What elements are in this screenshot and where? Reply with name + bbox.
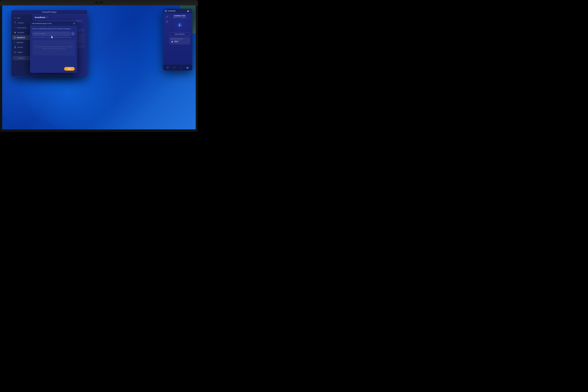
dialog-subtitle: Enter IP or website below that you wish … [32, 28, 75, 30]
info-icon[interactable]: i [46, 16, 48, 18]
selected-location-label: SELECTED LOCATION: [170, 38, 189, 40]
camera-lens [98, 2, 100, 4]
power-icon: ⚡ [14, 32, 16, 34]
shield-center: 🔒 [178, 23, 182, 27]
location-info: Paris ★ France [174, 40, 188, 43]
vpn-ip-value: 91.148.238.96 [179, 17, 186, 18]
connected-label: CONNECTED [169, 15, 190, 17]
camera [95, 2, 103, 4]
france-flag: 🇫🇷 [170, 40, 173, 43]
vpn-panel: PrivadoVPN 🔔 × 🛡 [163, 9, 192, 70]
favorite-star-icon: ★ [178, 40, 179, 42]
sidebar-item-locations[interactable]: 📍 Locations [12, 20, 31, 25]
dialog-close-button[interactable]: × [73, 22, 75, 24]
shield-icon: 🛡 [14, 17, 16, 19]
sidebar-item-smartroute[interactable]: ◎ SmartRoute [12, 35, 31, 40]
sidebar-label-application: Application [16, 42, 23, 43]
app-icon: □ [14, 42, 15, 43]
vpn-ip-display: VPN IP: 91.148.238.96 [169, 17, 190, 18]
sidebar-label-support: Support [17, 51, 22, 53]
settings-titlebar: PrivadoVPN Settings [11, 10, 87, 14]
close-panel-button[interactable]: × [190, 10, 191, 12]
smartroute-section-title: SmartRoute [35, 16, 45, 18]
selected-location-card: SELECTED LOCATION: 🇫🇷 Paris ★ [169, 37, 190, 44]
vpn-status-icon[interactable]: 🛡 [165, 16, 168, 19]
radar-visual: 🔒 [174, 19, 185, 31]
sidebar-item-vpn-protocols[interactable]: ↔ VPN Protocols [12, 25, 31, 30]
pin-icon: 📍 [14, 22, 16, 24]
sidebar-label-account: Account [17, 46, 23, 48]
ip-website-input[interactable] [32, 32, 70, 36]
sidebar-label-kill-switch: Kill Switch [17, 32, 24, 34]
split-tunneling-icon[interactable]: ⊞ [165, 20, 168, 24]
connected-status: CONNECTED VPN IP: 91.148.238.96 [169, 15, 190, 18]
sidebar-item-support[interactable]: 🎧 Support [12, 50, 31, 54]
vpn-ip-label: VPN IP: [175, 17, 179, 18]
location-country: France [174, 42, 188, 43]
empty-list-area: The list is empty. Enter the website add… [32, 40, 75, 56]
route-icon: ◎ [14, 36, 15, 38]
empty-list-message: The list is empty. Enter the website add… [35, 46, 72, 50]
location-city: Paris [174, 40, 178, 42]
sidebar-item-account[interactable]: 👤 Account [12, 45, 31, 50]
vpn-panel-header: PrivadoVPN 🔔 × [163, 9, 192, 14]
disconnect-button[interactable]: Click to Disconnect [169, 32, 190, 36]
lock-icon: 🔒 [179, 24, 181, 26]
footer-settings-button[interactable]: ⚙ [166, 66, 170, 70]
sidebar-label-vpn-protocols: VPN Protocols [17, 27, 26, 28]
contact-us-button[interactable]: Contact Us ↑ [13, 56, 31, 60]
notification-icon[interactable]: 🔔 [187, 10, 189, 12]
sidebar-label-smartroute: SmartRoute [17, 37, 25, 38]
sidebar-label-locations: Locations [17, 22, 24, 24]
footer-users-button[interactable]: 👥 [186, 66, 189, 70]
sidebar-item-kill-switch[interactable]: ⚡ Kill Switch [12, 30, 31, 35]
settings-window-title: PrivadoVPN Settings [42, 11, 56, 13]
sidebar-label-vpn: VPN [17, 17, 20, 19]
user-icon: 👤 [14, 46, 16, 48]
add-ip-dialog: Add IP/Website (Bypass VPN) × Enter IP o… [30, 21, 77, 73]
settings-sidebar: 🛡 VPN 📍 Locations ↔ VPN Protocols ⚡ Kill… [11, 14, 32, 76]
location-chevron-icon[interactable]: › [188, 41, 189, 43]
dialog-titlebar: Add IP/Website (Bypass VPN) × [30, 21, 77, 26]
sidebar-item-vpn[interactable]: 🛡 VPN [12, 16, 31, 20]
footer-network-button[interactable]: ⑂ [179, 66, 183, 70]
vpn-brand-name: PrivadoVPN [168, 10, 175, 12]
dialog-title: Add IP/Website (Bypass VPN) [32, 22, 52, 24]
protocol-icon: ↔ [14, 27, 16, 28]
sidebar-item-application[interactable]: □ Application [12, 40, 31, 45]
footer-shield-button[interactable]: 🛡 [172, 66, 176, 70]
apply-button[interactable]: Apply [64, 67, 75, 71]
vpn-logo [164, 10, 167, 12]
vpn-panel-footer: ⚙ 🛡 ⑂ 👥 [163, 64, 192, 70]
input-hint: Type the IP (for example: 1.1.1.1) or th… [32, 36, 75, 38]
headset-icon: 🎧 [14, 51, 16, 53]
add-entry-button[interactable]: + [71, 32, 75, 36]
